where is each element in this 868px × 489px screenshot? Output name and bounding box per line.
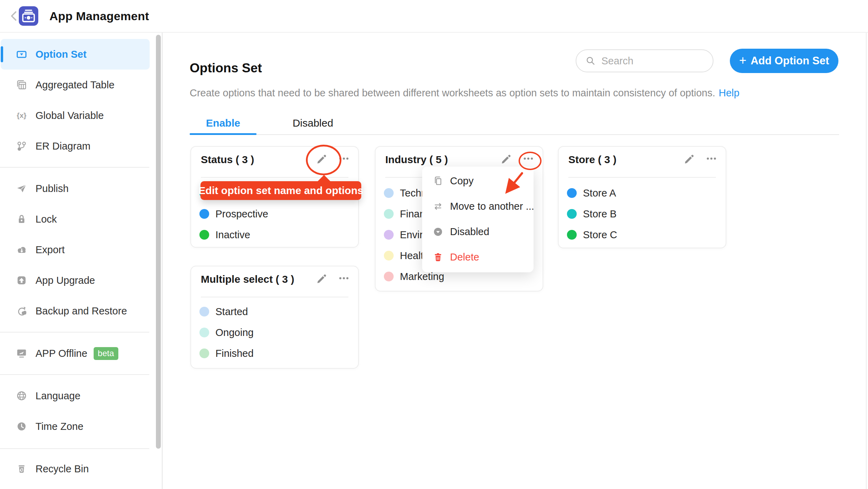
plus-icon: +: [739, 53, 747, 68]
sidebar-item-recycle-bin[interactable]: Recycle Bin: [1, 454, 150, 484]
sidebar-item-label: ER Diagram: [35, 141, 90, 152]
option-row: Started: [199, 301, 350, 322]
option-color-dot: [199, 328, 209, 337]
option-label: Ongoing: [215, 327, 254, 338]
back-chevron-icon[interactable]: [8, 10, 20, 22]
option-set-icon: [16, 49, 27, 60]
sidebar: Option SetAggregated Table{x}Global Vari…: [0, 32, 156, 489]
option-color-dot: [384, 251, 394, 260]
card-divider: [568, 177, 716, 178]
sidebar-item-label: Time Zone: [35, 421, 84, 432]
sidebar-section-divider: [0, 332, 149, 332]
menu-item-label: Copy: [450, 175, 474, 187]
option-row: Inactive: [199, 224, 350, 245]
square-up-icon: [16, 275, 27, 286]
option-color-dot: [199, 307, 209, 316]
card-title: Status ( 3 ): [201, 154, 254, 166]
edit-pencil-icon[interactable]: [683, 152, 696, 165]
tooltip-caret: [317, 175, 331, 182]
option-row: Finished: [199, 343, 350, 364]
tabs-baseline: [190, 134, 839, 135]
move-icon: [433, 201, 443, 212]
sidebar-item-export[interactable]: Export: [1, 234, 150, 265]
tab-disabled[interactable]: Disabled: [279, 113, 346, 134]
menu-item-delete[interactable]: Delete: [422, 244, 534, 270]
menu-item-label: Delete: [450, 251, 479, 263]
description-text: Create options that need to be shared be…: [190, 87, 715, 98]
table-icon: [16, 79, 27, 90]
menu-item-disabled[interactable]: Disabled: [422, 219, 534, 244]
sidebar-item-app-offline[interactable]: APP Offlinebeta: [1, 338, 150, 369]
tooltip-text: Edit option set name and options: [198, 185, 363, 197]
card-title: Multiple select ( 3 ): [201, 273, 294, 285]
send-icon: [16, 183, 27, 194]
menu-item-label: Disabled: [450, 226, 489, 238]
more-actions-icon[interactable]: [338, 272, 350, 284]
option-color-dot: [199, 348, 209, 358]
sidebar-item-publish[interactable]: Publish: [1, 173, 150, 204]
edit-pencil-icon[interactable]: [316, 272, 328, 284]
edit-tooltip: Edit option set name and options: [200, 181, 361, 200]
app-header: App Management: [0, 0, 868, 33]
option-color-dot: [199, 209, 209, 219]
monitor-plane-icon: [16, 348, 27, 359]
more-actions-icon[interactable]: [522, 152, 535, 165]
help-link[interactable]: Help: [719, 87, 740, 98]
sidebar-item-label: Aggregated Table: [35, 79, 115, 91]
option-label: Inactive: [215, 229, 250, 241]
option-row: Store C: [567, 224, 717, 245]
page-description: Create options that need to be shared be…: [190, 87, 740, 99]
page-title: Options Set: [190, 61, 262, 75]
active-tab-indicator: [190, 133, 257, 135]
add-option-set-button[interactable]: + Add Option Set: [730, 49, 838, 73]
app-logo-icon: [19, 6, 38, 26]
more-actions-icon[interactable]: [705, 152, 718, 165]
option-label: Finished: [215, 348, 254, 359]
sidebar-item-label: Backup and Restore: [35, 305, 127, 317]
beta-badge: beta: [94, 347, 118, 360]
page-header-title: App Management: [49, 0, 149, 32]
search-input[interactable]: [601, 55, 700, 67]
option-color-dot: [567, 230, 577, 240]
option-label: Marketing: [400, 271, 444, 282]
option-color-dot: [384, 230, 394, 240]
menu-item-copy[interactable]: Copy: [422, 168, 534, 194]
sidebar-item-language[interactable]: Language: [1, 380, 150, 411]
sidebar-item-label: Lock: [35, 214, 57, 225]
clock-icon: [16, 421, 27, 432]
card-title: Store ( 3 ): [568, 154, 616, 166]
sidebar-item-label: Export: [35, 244, 65, 256]
cloud-down-icon: [16, 244, 27, 255]
restore-icon: [16, 305, 27, 316]
sidebar-item-label: Publish: [35, 183, 69, 194]
lock-icon: [16, 214, 27, 225]
sidebar-scrollbar[interactable]: [156, 35, 161, 449]
er-icon: [16, 141, 27, 152]
sidebar-item-global-variable[interactable]: {x}Global Variable: [1, 100, 150, 131]
sidebar-item-label: APP Offline: [35, 348, 87, 359]
tab-enable[interactable]: Enable: [190, 113, 257, 134]
option-label: Prospective: [215, 208, 268, 220]
sidebar-item-option-set[interactable]: Option Set: [1, 39, 150, 70]
sidebar-item-time-zone[interactable]: Time Zone: [1, 411, 150, 442]
option-label: Store A: [583, 187, 616, 199]
sidebar-item-label: Recycle Bin: [35, 463, 89, 475]
more-actions-icon[interactable]: [338, 152, 350, 165]
option-color-dot: [567, 209, 577, 219]
copy-icon: [433, 176, 443, 186]
edit-pencil-icon[interactable]: [316, 152, 328, 165]
sidebar-item-er-diagram[interactable]: ER Diagram: [1, 131, 150, 161]
menu-item-move-to-another[interactable]: Move to another ...: [422, 194, 534, 219]
sidebar-item-app-upgrade[interactable]: App Upgrade: [1, 265, 150, 296]
search-box[interactable]: [576, 49, 713, 72]
trash-icon: [433, 252, 443, 263]
sidebar-item-backup-restore[interactable]: Backup and Restore: [1, 296, 150, 326]
sidebar-item-aggregated-table[interactable]: Aggregated Table: [1, 70, 150, 100]
main-content: Options Set Create options that need to …: [163, 32, 868, 489]
sidebar-item-lock[interactable]: Lock: [1, 204, 150, 234]
sidebar-item-label: Option Set: [35, 49, 87, 60]
edit-pencil-icon[interactable]: [500, 152, 513, 165]
sidebar-item-label: Global Variable: [35, 110, 104, 121]
trash-recycle-icon: [16, 463, 27, 474]
option-set-card: Store ( 3 )Store AStore BStore C: [558, 146, 726, 248]
